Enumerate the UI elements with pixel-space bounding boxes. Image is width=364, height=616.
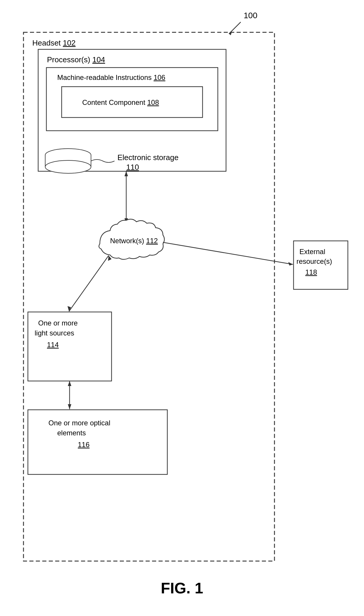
storage-label: Electronic storage (117, 153, 178, 162)
optical-label2: elements (57, 429, 86, 437)
svg-rect-5 (62, 87, 203, 118)
svg-rect-2 (23, 32, 274, 561)
svg-rect-7 (45, 155, 91, 167)
svg-marker-1 (229, 32, 232, 35)
optical-ref: 116 (78, 441, 90, 449)
svg-marker-13 (124, 218, 128, 223)
svg-marker-18 (108, 256, 112, 261)
headset-label: Headset 102 (32, 38, 75, 47)
external-ref: 118 (305, 268, 317, 276)
svg-marker-19 (68, 306, 71, 311)
svg-marker-22 (68, 381, 71, 386)
light-label1: One or more (38, 319, 78, 327)
content-label: Content Component 108 (82, 98, 159, 106)
light-label2: light sources (35, 329, 74, 337)
fig-ref: 100 (244, 11, 257, 20)
processor-label: Processor(s) 104 (47, 55, 105, 64)
svg-marker-15 (288, 262, 293, 266)
network-label: Network(s) 112 (110, 237, 158, 245)
svg-rect-24 (28, 410, 167, 474)
svg-line-14 (163, 242, 293, 264)
svg-line-17 (69, 256, 109, 311)
svg-rect-20 (28, 312, 112, 381)
optical-label1: One or more optical (48, 419, 110, 427)
machine-label: Machine-readable Instructions 106 (57, 73, 165, 81)
svg-point-6 (45, 149, 91, 162)
external-label2: resource(s) (296, 257, 332, 265)
svg-point-10 (45, 160, 91, 173)
fig-caption: FIG. 1 (161, 580, 203, 597)
svg-rect-3 (38, 49, 226, 171)
svg-line-0 (229, 22, 241, 34)
light-ref: 114 (47, 341, 59, 349)
svg-marker-23 (68, 404, 71, 409)
diagram-svg: 100 Headset 102 Processor(s) 104 Machine… (0, 0, 364, 616)
storage-ref: 110 (126, 163, 139, 172)
external-label: External (299, 248, 325, 256)
svg-marker-12 (124, 171, 128, 176)
svg-rect-4 (46, 68, 218, 131)
svg-rect-16 (294, 241, 348, 289)
page-container: 100 Headset 102 Processor(s) 104 Machine… (0, 0, 364, 616)
